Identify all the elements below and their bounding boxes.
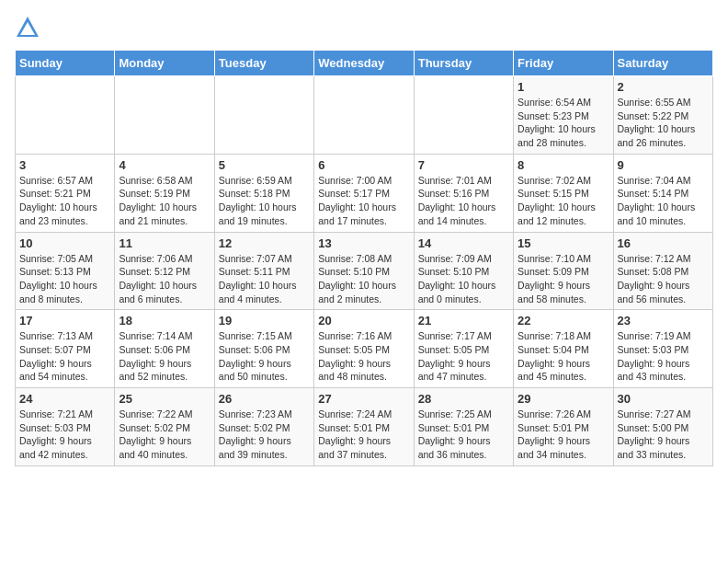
calendar-cell: 25Sunrise: 7:22 AM Sunset: 5:02 PM Dayli…: [115, 388, 214, 466]
calendar-cell: 3Sunrise: 6:57 AM Sunset: 5:21 PM Daylig…: [16, 154, 115, 232]
calendar-cell: 22Sunrise: 7:18 AM Sunset: 5:04 PM Dayli…: [514, 310, 613, 388]
day-number: 30: [618, 392, 709, 406]
column-header-monday: Monday: [115, 51, 214, 76]
calendar-cell: 18Sunrise: 7:14 AM Sunset: 5:06 PM Dayli…: [115, 310, 214, 388]
day-number: 20: [318, 314, 409, 327]
calendar-cell: [16, 76, 115, 155]
day-number: 28: [418, 392, 509, 406]
calendar-cell: 12Sunrise: 7:07 AM Sunset: 5:11 PM Dayli…: [214, 232, 313, 310]
day-info: Sunrise: 7:09 AM Sunset: 5:10 PM Dayligh…: [418, 252, 509, 306]
calendar-week-row: 17Sunrise: 7:13 AM Sunset: 5:07 PM Dayli…: [16, 310, 713, 388]
column-header-friday: Friday: [514, 51, 613, 76]
calendar-cell: 24Sunrise: 7:21 AM Sunset: 5:03 PM Dayli…: [16, 388, 115, 466]
day-info: Sunrise: 7:26 AM Sunset: 5:01 PM Dayligh…: [518, 408, 609, 462]
calendar-cell: 23Sunrise: 7:19 AM Sunset: 5:03 PM Dayli…: [613, 310, 712, 388]
day-info: Sunrise: 7:15 AM Sunset: 5:06 PM Dayligh…: [219, 329, 310, 384]
day-number: 5: [219, 158, 310, 172]
calendar-cell: [414, 76, 513, 155]
calendar-cell: 8Sunrise: 7:02 AM Sunset: 5:15 PM Daylig…: [514, 154, 613, 232]
calendar-week-row: 1Sunrise: 6:54 AM Sunset: 5:23 PM Daylig…: [16, 76, 713, 155]
day-info: Sunrise: 7:04 AM Sunset: 5:14 PM Dayligh…: [618, 174, 709, 228]
calendar-week-row: 10Sunrise: 7:05 AM Sunset: 5:13 PM Dayli…: [16, 232, 713, 310]
calendar-cell: 1Sunrise: 6:54 AM Sunset: 5:23 PM Daylig…: [514, 76, 613, 155]
day-number: 15: [518, 236, 609, 250]
day-info: Sunrise: 7:12 AM Sunset: 5:08 PM Dayligh…: [618, 252, 709, 306]
day-info: Sunrise: 6:54 AM Sunset: 5:23 PM Dayligh…: [518, 96, 609, 150]
day-info: Sunrise: 6:58 AM Sunset: 5:19 PM Dayligh…: [119, 174, 210, 228]
day-info: Sunrise: 6:55 AM Sunset: 5:22 PM Dayligh…: [618, 96, 709, 150]
day-info: Sunrise: 7:22 AM Sunset: 5:02 PM Dayligh…: [119, 408, 210, 462]
calendar-cell: 6Sunrise: 7:00 AM Sunset: 5:17 PM Daylig…: [314, 154, 414, 232]
day-info: Sunrise: 7:18 AM Sunset: 5:04 PM Dayligh…: [518, 329, 609, 384]
calendar-cell: 2Sunrise: 6:55 AM Sunset: 5:22 PM Daylig…: [613, 76, 712, 155]
calendar-cell: 5Sunrise: 6:59 AM Sunset: 5:18 PM Daylig…: [214, 154, 313, 232]
column-header-tuesday: Tuesday: [214, 51, 313, 76]
day-info: Sunrise: 7:21 AM Sunset: 5:03 PM Dayligh…: [19, 408, 110, 462]
day-info: Sunrise: 7:06 AM Sunset: 5:12 PM Dayligh…: [119, 252, 210, 306]
day-info: Sunrise: 7:08 AM Sunset: 5:10 PM Dayligh…: [318, 252, 409, 306]
calendar-cell: 17Sunrise: 7:13 AM Sunset: 5:07 PM Dayli…: [16, 310, 115, 388]
calendar-cell: 28Sunrise: 7:25 AM Sunset: 5:01 PM Dayli…: [414, 388, 513, 466]
calendar-cell: 19Sunrise: 7:15 AM Sunset: 5:06 PM Dayli…: [214, 310, 313, 388]
day-info: Sunrise: 7:07 AM Sunset: 5:11 PM Dayligh…: [219, 252, 310, 306]
day-info: Sunrise: 7:00 AM Sunset: 5:17 PM Dayligh…: [318, 174, 409, 228]
calendar-cell: 13Sunrise: 7:08 AM Sunset: 5:10 PM Dayli…: [314, 232, 414, 310]
day-number: 4: [119, 158, 210, 172]
column-header-saturday: Saturday: [613, 51, 712, 76]
day-info: Sunrise: 7:01 AM Sunset: 5:16 PM Dayligh…: [418, 174, 509, 228]
day-number: 10: [19, 236, 110, 250]
day-number: 2: [618, 80, 709, 94]
day-info: Sunrise: 7:23 AM Sunset: 5:02 PM Dayligh…: [219, 408, 310, 462]
day-info: Sunrise: 7:10 AM Sunset: 5:09 PM Dayligh…: [518, 252, 609, 306]
calendar-week-row: 3Sunrise: 6:57 AM Sunset: 5:21 PM Daylig…: [16, 154, 713, 232]
day-number: 16: [618, 236, 709, 250]
calendar-cell: 16Sunrise: 7:12 AM Sunset: 5:08 PM Dayli…: [613, 232, 712, 310]
day-info: Sunrise: 7:14 AM Sunset: 5:06 PM Dayligh…: [119, 329, 210, 384]
calendar-cell: 9Sunrise: 7:04 AM Sunset: 5:14 PM Daylig…: [613, 154, 712, 232]
logo-icon: [15, 15, 40, 40]
day-number: 18: [119, 314, 210, 327]
calendar-cell: 30Sunrise: 7:27 AM Sunset: 5:00 PM Dayli…: [613, 388, 712, 466]
calendar-cell: 29Sunrise: 7:26 AM Sunset: 5:01 PM Dayli…: [514, 388, 613, 466]
day-number: 3: [19, 158, 110, 172]
day-number: 17: [19, 314, 110, 327]
day-number: 23: [618, 314, 709, 327]
column-header-wednesday: Wednesday: [314, 51, 414, 76]
day-info: Sunrise: 7:24 AM Sunset: 5:01 PM Dayligh…: [318, 408, 409, 462]
day-info: Sunrise: 7:05 AM Sunset: 5:13 PM Dayligh…: [19, 252, 110, 306]
day-number: 1: [518, 80, 609, 94]
day-number: 19: [219, 314, 310, 327]
calendar-cell: 21Sunrise: 7:17 AM Sunset: 5:05 PM Dayli…: [414, 310, 513, 388]
day-number: 12: [219, 236, 310, 250]
day-number: 7: [418, 158, 509, 172]
calendar-cell: 4Sunrise: 6:58 AM Sunset: 5:19 PM Daylig…: [115, 154, 214, 232]
day-number: 6: [318, 158, 409, 172]
calendar-cell: 14Sunrise: 7:09 AM Sunset: 5:10 PM Dayli…: [414, 232, 513, 310]
calendar-cell: 7Sunrise: 7:01 AM Sunset: 5:16 PM Daylig…: [414, 154, 513, 232]
calendar-table: SundayMondayTuesdayWednesdayThursdayFrid…: [15, 50, 713, 466]
day-info: Sunrise: 7:27 AM Sunset: 5:00 PM Dayligh…: [618, 408, 709, 462]
day-number: 11: [119, 236, 210, 250]
day-number: 8: [518, 158, 609, 172]
day-info: Sunrise: 7:16 AM Sunset: 5:05 PM Dayligh…: [318, 329, 409, 384]
day-number: 24: [19, 392, 110, 406]
day-number: 25: [119, 392, 210, 406]
day-info: Sunrise: 6:59 AM Sunset: 5:18 PM Dayligh…: [219, 174, 310, 228]
day-info: Sunrise: 7:19 AM Sunset: 5:03 PM Dayligh…: [618, 329, 709, 384]
day-info: Sunrise: 7:13 AM Sunset: 5:07 PM Dayligh…: [19, 329, 110, 384]
column-header-thursday: Thursday: [414, 51, 513, 76]
day-number: 13: [318, 236, 409, 250]
calendar-header-row: SundayMondayTuesdayWednesdayThursdayFrid…: [16, 51, 713, 76]
day-number: 22: [518, 314, 609, 327]
day-info: Sunrise: 7:02 AM Sunset: 5:15 PM Dayligh…: [518, 174, 609, 228]
day-number: 27: [318, 392, 409, 406]
calendar-cell: [314, 76, 414, 155]
calendar-cell: 27Sunrise: 7:24 AM Sunset: 5:01 PM Dayli…: [314, 388, 414, 466]
day-number: 21: [418, 314, 509, 327]
column-header-sunday: Sunday: [16, 51, 115, 76]
calendar-week-row: 24Sunrise: 7:21 AM Sunset: 5:03 PM Dayli…: [16, 388, 713, 466]
day-info: Sunrise: 7:17 AM Sunset: 5:05 PM Dayligh…: [418, 329, 509, 384]
calendar-cell: 20Sunrise: 7:16 AM Sunset: 5:05 PM Dayli…: [314, 310, 414, 388]
logo: [15, 15, 44, 40]
page-header: [15, 15, 713, 40]
